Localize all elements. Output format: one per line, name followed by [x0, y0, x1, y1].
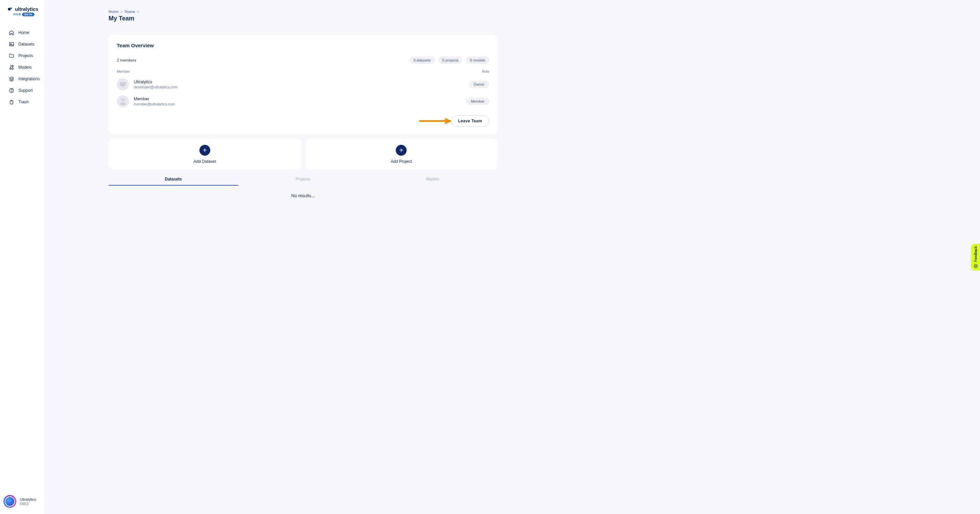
member-avatar	[117, 78, 129, 90]
add-tiles: + Add Dataset + Add Project	[108, 139, 498, 169]
home-icon	[9, 30, 14, 35]
trash-icon	[9, 99, 14, 105]
image-icon	[9, 41, 14, 47]
main-content: Home > Teams > My Team Team Overview 2 m…	[45, 0, 514, 198]
brand-logo[interactable]: ultralytics HUBBETA	[0, 0, 44, 19]
member-row: Ultralytics developer@ultralytics.com Ow…	[117, 78, 489, 90]
svg-point-3	[11, 43, 11, 44]
svg-rect-6	[123, 86, 123, 88]
annotation-arrow	[419, 118, 452, 124]
role-badge: Owner	[469, 81, 489, 88]
logo-icon	[8, 6, 13, 12]
sidebar-item-label: Integrations	[18, 76, 40, 81]
sidebar-item-label: Support	[18, 88, 33, 93]
brand-hub-label: HUB	[13, 13, 21, 16]
tile-label: Add Project	[391, 159, 412, 164]
svg-point-1	[10, 7, 12, 9]
brand-beta-badge: BETA	[22, 13, 34, 16]
sidebar-item-label: Trash	[18, 100, 29, 105]
folder-icon	[9, 53, 14, 59]
member-row: Member member@ultralytics.com Member	[117, 95, 489, 108]
stat-datasets: 0 datasets	[409, 56, 435, 64]
stat-models: 0 models	[466, 56, 489, 64]
sidebar-item-support[interactable]: Support	[0, 85, 44, 96]
tab-datasets[interactable]: Datasets	[108, 173, 238, 186]
sidebar-item-datasets[interactable]: Datasets	[0, 38, 44, 50]
breadcrumb: Home > Teams >	[108, 10, 498, 14]
plus-icon: +	[199, 145, 210, 156]
tab-models[interactable]: Models	[368, 173, 498, 186]
sidebar-item-label: Home	[18, 30, 29, 35]
help-icon	[9, 88, 14, 93]
team-overview-card: Team Overview 2 members 0 datasets 0 pro…	[108, 35, 498, 134]
sidebar-item-label: Projects	[18, 53, 33, 58]
member-email: developer@ultralytics.com	[134, 85, 178, 89]
stat-projects: 0 projects	[438, 56, 463, 64]
sidebar-item-home[interactable]: Home	[0, 27, 44, 38]
card-title: Team Overview	[117, 43, 489, 48]
col-header-member: Member	[117, 69, 130, 73]
svg-point-7	[121, 98, 124, 102]
command-icon	[9, 65, 14, 70]
sidebar-item-projects[interactable]: Projects	[0, 50, 44, 62]
team-stats: 0 datasets 0 projects 0 models	[409, 56, 489, 64]
member-avatar	[117, 95, 129, 108]
member-name: Member	[134, 97, 175, 101]
col-header-role: Role	[482, 69, 489, 73]
tab-projects[interactable]: Projects	[238, 173, 368, 186]
breadcrumb-home[interactable]: Home	[108, 10, 118, 14]
tile-label: Add Dataset	[194, 159, 216, 164]
sidebar-item-integrations[interactable]: Integrations	[0, 73, 44, 85]
sidebar-nav: Home Datasets Projects Models Integratio…	[0, 27, 44, 108]
chevron-right-icon: >	[120, 10, 122, 14]
empty-results-message: No results...	[108, 193, 498, 198]
chevron-right-icon: >	[137, 10, 139, 14]
content-tabs: Datasets Projects Models	[108, 173, 498, 186]
leave-team-button[interactable]: Leave Team	[451, 116, 489, 127]
member-email: member@ultralytics.com	[134, 102, 175, 106]
sidebar-item-label: Models	[18, 65, 32, 70]
brand-name: ultralytics	[15, 6, 38, 12]
layers-icon	[9, 76, 14, 82]
add-dataset-tile[interactable]: + Add Dataset	[108, 139, 301, 169]
breadcrumb-teams[interactable]: Teams	[124, 10, 135, 14]
sidebar: ultralytics HUBBETA Home Datasets Projec…	[0, 0, 45, 257]
plus-icon: +	[396, 145, 407, 156]
page-title: My Team	[108, 15, 498, 22]
sidebar-item-trash[interactable]: Trash	[0, 96, 44, 108]
member-count: 2 members	[117, 58, 137, 62]
sidebar-item-models[interactable]: Models	[0, 62, 44, 73]
member-name: Ultralytics	[134, 79, 178, 84]
role-badge: Member	[466, 98, 489, 105]
sidebar-item-label: Datasets	[18, 42, 34, 47]
add-project-tile[interactable]: + Add Project	[305, 139, 498, 169]
